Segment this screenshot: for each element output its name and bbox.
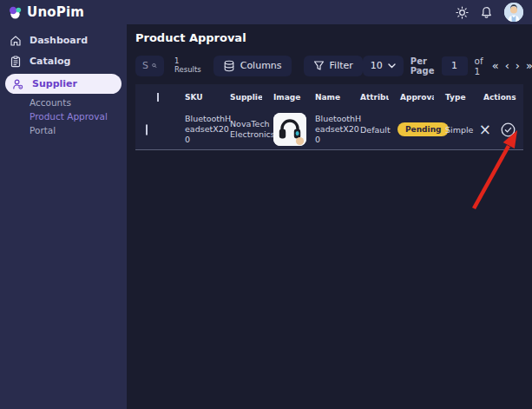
- table-row: BluetoothHeadsetX200 NovaTech Electronic…: [135, 109, 523, 149]
- per-page-label: Per Page: [410, 56, 435, 76]
- sidebar-item-label: Catalog: [30, 56, 70, 67]
- filter-button[interactable]: Filter: [304, 56, 363, 76]
- sidebar: Dashboard Catalog Supplier Accounts Prod…: [0, 24, 127, 409]
- filter-funnel-icon: [313, 60, 325, 71]
- sidebar-subitem-product-approval[interactable]: Product Approval: [0, 109, 127, 123]
- sidebar-subitem-label: Product Approval: [30, 111, 108, 122]
- results-count-label: Results: [174, 66, 201, 75]
- cell-image: [262, 113, 304, 146]
- supplier-icon: [12, 78, 24, 90]
- columns-button-label: Columns: [240, 60, 282, 71]
- header-actions: Actions: [472, 93, 524, 102]
- product-thumbnail: [273, 113, 306, 146]
- header-approval-status: Approval ...: [389, 93, 434, 102]
- search-icon: [152, 60, 157, 71]
- header-sku: SKU: [174, 93, 219, 102]
- reject-action-icon[interactable]: ×: [479, 122, 491, 137]
- sidebar-item-dashboard[interactable]: Dashboard: [0, 30, 127, 50]
- pagination-controls: 10 Per Page of 1 « ‹ › »: [363, 56, 532, 76]
- search-box[interactable]: [135, 56, 164, 76]
- cell-supplier: NovaTech Electronics: [219, 119, 262, 140]
- page-total-label: of 1: [475, 56, 483, 76]
- sidebar-item-label: Supplier: [32, 78, 77, 89]
- filter-button-label: Filter: [330, 60, 353, 71]
- sidebar-item-catalog[interactable]: Catalog: [0, 51, 127, 71]
- cell-type: Simple: [434, 125, 472, 135]
- cell-approval-status: Pending: [389, 122, 434, 136]
- main-content: Product Approval 1 Results Columns: [127, 24, 532, 409]
- per-page-value: 10: [371, 60, 383, 71]
- results-count: 1 Results: [174, 57, 201, 75]
- search-input[interactable]: [142, 60, 148, 71]
- header-type: Type: [434, 93, 472, 102]
- cell-sku: BluetoothHeadsetX200: [174, 114, 219, 145]
- header-image: Image: [262, 93, 304, 102]
- prev-page-button[interactable]: ‹: [505, 60, 509, 71]
- app-title: UnoPim: [27, 4, 84, 20]
- per-page-select[interactable]: 10: [363, 56, 404, 76]
- next-page-button[interactable]: ›: [516, 60, 520, 71]
- last-page-button[interactable]: »: [526, 60, 532, 71]
- header-supplier: Supplier: [219, 93, 262, 102]
- columns-icon: [223, 60, 235, 72]
- unopim-logo-icon: [9, 6, 22, 19]
- cell-attribute-family: Default: [349, 125, 389, 135]
- header-name: Name: [304, 93, 349, 102]
- app-logo[interactable]: UnoPim: [9, 4, 84, 20]
- notifications-bell-icon[interactable]: [480, 6, 493, 19]
- row-checkbox[interactable]: [146, 124, 148, 135]
- sidebar-item-label: Dashboard: [30, 35, 88, 46]
- sidebar-subitem-portal[interactable]: Portal: [0, 123, 127, 137]
- columns-button[interactable]: Columns: [213, 56, 292, 76]
- page-title: Product Approval: [135, 31, 523, 44]
- approve-action-icon[interactable]: [501, 122, 516, 137]
- first-page-button[interactable]: «: [492, 60, 499, 71]
- product-approval-table: SKU Supplier Image Name Attribute ... Ap…: [135, 84, 523, 150]
- cell-actions: ×: [472, 122, 523, 137]
- catalog-icon: [10, 56, 22, 68]
- header-attribute-family: Attribute ...: [349, 93, 389, 102]
- user-avatar[interactable]: [504, 3, 523, 22]
- datagrid-toolbar: 1 Results Columns Filter 10 Pe: [135, 55, 523, 76]
- sidebar-subitem-label: Accounts: [30, 97, 71, 108]
- chevron-down-icon: [388, 63, 396, 69]
- cell-name: BluetoothHeadsetX200: [304, 114, 349, 145]
- page-number-input[interactable]: [442, 56, 468, 76]
- avatar-image: [504, 3, 523, 22]
- theme-sun-icon[interactable]: [456, 6, 469, 19]
- topbar: UnoPim: [0, 0, 532, 24]
- home-icon: [10, 35, 22, 47]
- headphones-image: [273, 113, 306, 146]
- sidebar-subitem-label: Portal: [30, 125, 56, 135]
- table-header-row: SKU Supplier Image Name Attribute ... Ap…: [135, 84, 523, 109]
- sidebar-subitem-accounts[interactable]: Accounts: [0, 96, 127, 109]
- select-all-checkbox[interactable]: [157, 93, 159, 102]
- sidebar-item-supplier[interactable]: Supplier: [5, 74, 122, 94]
- supplier-submenu: Accounts Product Approval Portal: [0, 96, 127, 137]
